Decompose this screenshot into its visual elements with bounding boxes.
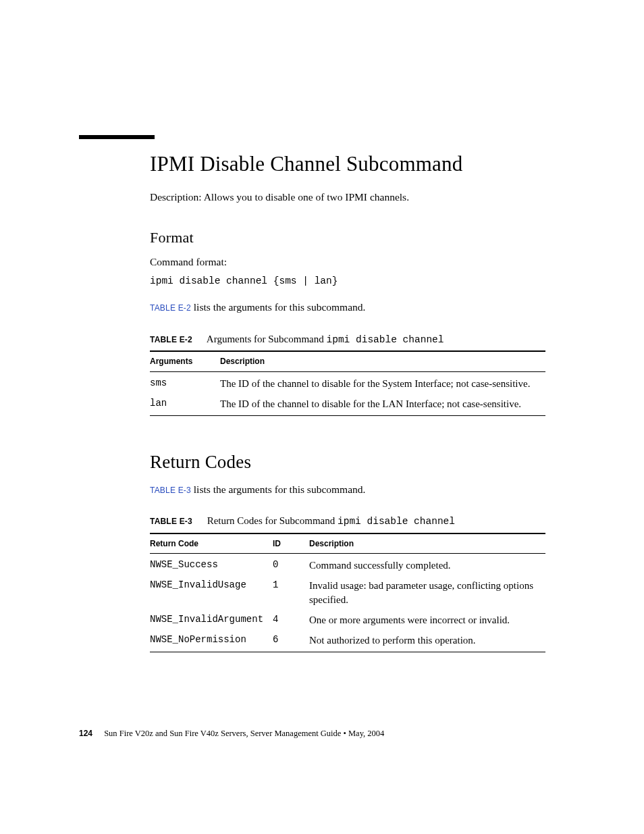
description-cell: Not authorized to perform this operation… <box>309 630 545 652</box>
description-cell: Invalid usage: bad parameter usage, conf… <box>309 575 545 610</box>
table-e3-caption: TABLE E-3 Return Codes for Subcommand ip… <box>150 514 543 529</box>
reference-tail: lists the arguments for this subcommand. <box>191 301 365 313</box>
table-e2-link[interactable]: TABLE E-2 <box>150 303 191 313</box>
return-codes-table: Return Code ID Description NWSE_Success … <box>150 533 545 652</box>
table-row: NWSE_Success 0 Command successfully comp… <box>150 554 545 576</box>
return-code-cell: NWSE_Success <box>150 554 273 576</box>
table-e3-label: TABLE E-3 <box>150 517 192 526</box>
col-arguments: Arguments <box>150 351 220 371</box>
description-cell: One or more arguments were incorrect or … <box>309 610 545 630</box>
col-description: Description <box>309 533 545 554</box>
table-e3-caption-mono: ipmi disable channel <box>338 516 455 527</box>
table-row: sms The ID of the channel to disable for… <box>150 371 545 394</box>
page-title: IPMI Disable Channel Subcommand <box>150 150 543 178</box>
page-number: 124 <box>79 729 92 738</box>
col-description: Description <box>220 351 545 371</box>
return-code-cell: NWSE_NoPermission <box>150 630 273 652</box>
arguments-table: Arguments Description sms The ID of the … <box>150 350 545 416</box>
table-row: NWSE_NoPermission 6 Not authorized to pe… <box>150 630 545 652</box>
table-e3-reference: TABLE E-3 lists the arguments for this s… <box>150 483 543 497</box>
table-e3-caption-text: Return Codes for Subcommand <box>207 515 338 526</box>
table-e2-label: TABLE E-2 <box>150 335 192 344</box>
id-cell: 4 <box>273 610 309 630</box>
table-e2-caption-mono: ipmi disable channel <box>326 334 444 345</box>
table-row: NWSE_InvalidUsage 1 Invalid usage: bad p… <box>150 575 545 610</box>
footer-text: Sun Fire V20z and Sun Fire V40z Servers,… <box>104 729 384 738</box>
reference-tail: lists the arguments for this subcommand. <box>191 484 365 495</box>
command-text: ipmi disable channel {sms | lan} <box>150 276 338 286</box>
id-cell: 1 <box>273 575 309 610</box>
section-rule <box>79 135 155 139</box>
format-heading: Format <box>150 228 543 248</box>
argument-cell: sms <box>150 371 220 394</box>
table-e3-link[interactable]: TABLE E-3 <box>150 486 191 495</box>
table-row: lan The ID of the channel to disable for… <box>150 394 545 416</box>
col-id: ID <box>273 533 309 554</box>
return-codes-heading: Return Codes <box>150 450 543 474</box>
table-row: NWSE_InvalidArgument 4 One or more argum… <box>150 610 545 630</box>
table-e2-caption-text: Arguments for Subcommand <box>207 334 327 344</box>
document-page: IPMI Disable Channel Subcommand Descript… <box>0 0 644 834</box>
page-footer: 124 Sun Fire V20z and Sun Fire V40z Serv… <box>79 728 384 739</box>
col-return-code: Return Code <box>150 533 273 554</box>
return-code-cell: NWSE_InvalidUsage <box>150 575 273 610</box>
description-cell: Command successfully completed. <box>309 554 545 576</box>
id-cell: 0 <box>273 554 309 576</box>
return-code-cell: NWSE_InvalidArgument <box>150 610 273 630</box>
description-cell: The ID of the channel to disable for the… <box>220 394 545 416</box>
table-e2-reference: TABLE E-2 lists the arguments for this s… <box>150 301 543 315</box>
description-text: Description: Allows you to disable one o… <box>150 190 543 205</box>
argument-cell: lan <box>150 394 220 416</box>
id-cell: 6 <box>273 630 309 652</box>
table-e2-caption: TABLE E-2 Arguments for Subcommand ipmi … <box>150 332 543 347</box>
description-cell: The ID of the channel to disable for the… <box>220 371 545 394</box>
command-format-label: Command format: <box>150 255 543 269</box>
